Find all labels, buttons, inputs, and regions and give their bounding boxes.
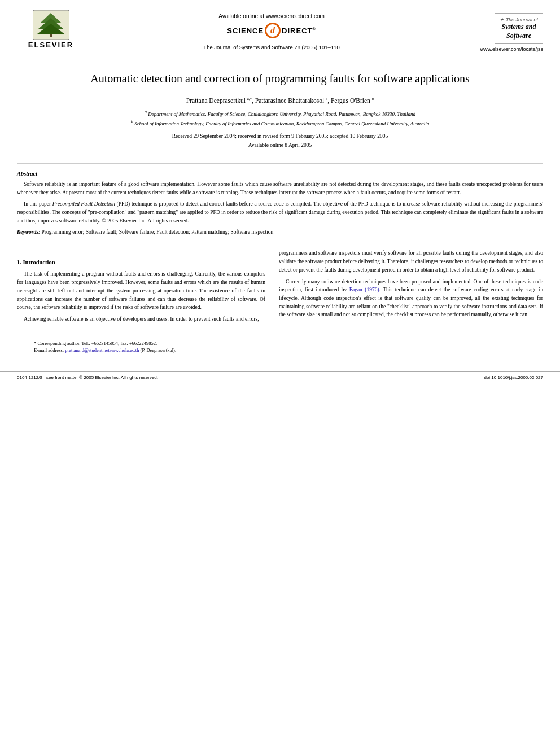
abstract-section: Abstract Software reliability is an impo… (0, 171, 560, 235)
title-divider (17, 163, 543, 164)
bottom-bar: 0164-1212/$ - see front matter © 2005 El… (0, 371, 560, 383)
col-right: programmers and software inspectors must… (279, 249, 543, 354)
abstract-text: Software reliability is an important fea… (17, 180, 543, 225)
body-columns: 1. Introduction The task of implementing… (0, 249, 560, 354)
authors: Prattana Deeprasertkul a,*, Pattarasinee… (34, 97, 526, 104)
sd-direct-text: DIRECT® (282, 27, 316, 35)
keywords-text: Programming error; Software fault; Softw… (42, 229, 274, 235)
col-left: 1. Introduction The task of implementing… (17, 249, 265, 354)
sd-circle-icon: d (265, 23, 281, 38)
footnote-star: * Corresponding author. Tel.: +662314505… (34, 340, 157, 346)
abstract-para1: Software reliability is an important fea… (17, 180, 543, 196)
title-section: Automatic detection and correction of pr… (0, 59, 560, 156)
abstract-para2: In this paper Precompiled Fault Detectio… (17, 200, 543, 225)
footnote-area: * Corresponding author. Tel.: +662314505… (17, 335, 265, 355)
header: ELSEVIER Available online at www.science… (0, 0, 560, 52)
affiliations: a Department of Mathematics, Faculty of … (34, 109, 526, 128)
header-right: ✦ The Journal of Systems and Software ww… (458, 10, 543, 52)
bottom-issn: 0164-1212/$ - see front matter © 2005 El… (17, 375, 158, 380)
page: ELSEVIER Available online at www.science… (0, 0, 560, 747)
s1r-para2: Currently many software detection techni… (279, 278, 543, 320)
keywords-label: Keywords: (17, 229, 40, 235)
s1r-para1: programmers and software inspectors must… (279, 249, 543, 274)
online-line: Available online 8 April 2005 (248, 142, 312, 148)
received-dates: Received 29 September 2004; received in … (34, 132, 526, 149)
journal-box: ✦ The Journal of Systems and Software (495, 13, 543, 44)
elsevier-logo-area: ELSEVIER (17, 10, 85, 49)
section1-right-body: programmers and software inspectors must… (279, 249, 543, 319)
sd-science-text: SCIENCE (227, 27, 264, 35)
s1-para1: The task of implementing a program witho… (17, 270, 265, 312)
elsevier-tree-icon (33, 10, 69, 40)
sd-reg: ® (313, 27, 316, 30)
journal-box-line1: The Journal of (505, 17, 538, 23)
elsevier-url: www.elsevier.com/locate/jss (458, 46, 543, 52)
footnote-email-label: E-mail address: (34, 347, 64, 353)
fagan-link[interactable]: Fagan (1976) (349, 287, 379, 292)
abstract-label: Abstract (17, 171, 543, 177)
sciencedirect-logo: SCIENCE d DIRECT® (85, 23, 458, 38)
paper-title: Automatic detection and correction of pr… (34, 71, 526, 86)
received-line: Received 29 September 2004; received in … (172, 133, 388, 139)
keywords-line: Keywords: Programming error; Software fa… (17, 229, 543, 235)
journal-box-name: Systems and (500, 23, 538, 32)
header-center: Available online at www.sciencedirect.co… (85, 10, 458, 50)
section1-heading: 1. Introduction (17, 259, 265, 265)
journal-box-title: ✦ The Journal of (500, 17, 538, 23)
bottom-doi: doi:10.1016/j.jss.2005.02.027 (484, 375, 543, 380)
affil-b: School of Information Technology, Facult… (134, 121, 429, 126)
footnote-email-after: (P. Deeprasertkul). (141, 347, 177, 353)
section1-body: The task of implementing a program witho… (17, 270, 265, 323)
available-online-text: Available online at www.sciencedirect.co… (85, 13, 458, 19)
abstract-divider (17, 242, 543, 242)
journal-volume-text: The Journal of Systems and Software 78 (… (85, 44, 458, 50)
s1-para2: Achieving reliable software is an object… (17, 315, 265, 324)
elsevier-label: ELSEVIER (28, 41, 73, 49)
footnote-email[interactable]: prattana.d@student.netserv.chula.ac.th (65, 347, 139, 353)
journal-box-sub: Software (500, 32, 538, 40)
footnote-text: * Corresponding author. Tel.: +662314505… (34, 340, 248, 355)
affil-a: Department of Mathematics, Faculty of Sc… (148, 111, 415, 117)
